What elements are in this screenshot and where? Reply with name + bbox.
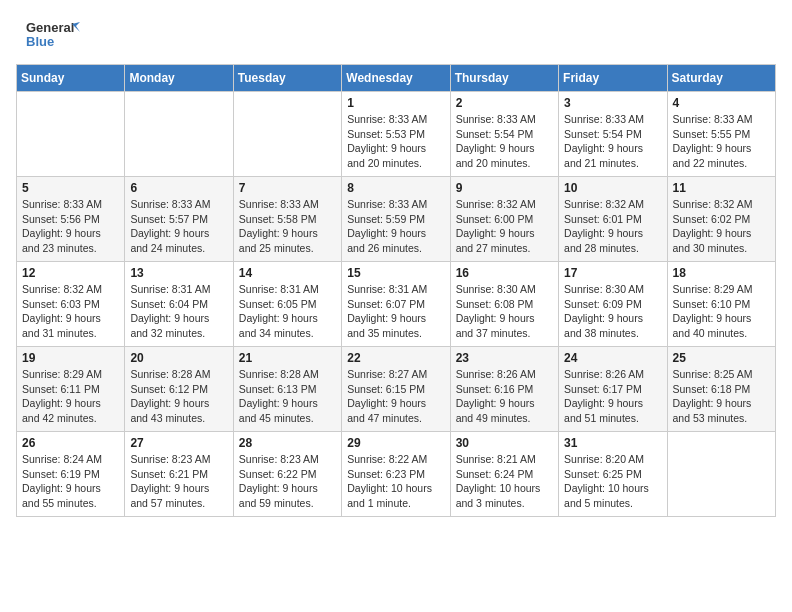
calendar-cell: 16Sunrise: 8:30 AM Sunset: 6:08 PM Dayli… [450,262,558,347]
calendar-table: SundayMondayTuesdayWednesdayThursdayFrid… [16,64,776,517]
calendar-cell: 6Sunrise: 8:33 AM Sunset: 5:57 PM Daylig… [125,177,233,262]
calendar-cell: 14Sunrise: 8:31 AM Sunset: 6:05 PM Dayli… [233,262,341,347]
weekday-header-saturday: Saturday [667,65,775,92]
calendar-cell: 25Sunrise: 8:25 AM Sunset: 6:18 PM Dayli… [667,347,775,432]
calendar-cell: 17Sunrise: 8:30 AM Sunset: 6:09 PM Dayli… [559,262,667,347]
day-info: Sunrise: 8:33 AM Sunset: 5:58 PM Dayligh… [239,197,336,256]
day-info: Sunrise: 8:31 AM Sunset: 6:07 PM Dayligh… [347,282,444,341]
day-number: 19 [22,351,119,365]
day-number: 7 [239,181,336,195]
calendar-cell: 21Sunrise: 8:28 AM Sunset: 6:13 PM Dayli… [233,347,341,432]
week-row-5: 26Sunrise: 8:24 AM Sunset: 6:19 PM Dayli… [17,432,776,517]
day-info: Sunrise: 8:32 AM Sunset: 6:03 PM Dayligh… [22,282,119,341]
day-info: Sunrise: 8:29 AM Sunset: 6:10 PM Dayligh… [673,282,770,341]
day-info: Sunrise: 8:32 AM Sunset: 6:02 PM Dayligh… [673,197,770,256]
calendar-cell: 15Sunrise: 8:31 AM Sunset: 6:07 PM Dayli… [342,262,450,347]
day-number: 25 [673,351,770,365]
day-info: Sunrise: 8:25 AM Sunset: 6:18 PM Dayligh… [673,367,770,426]
svg-text:General: General [26,20,74,35]
day-number: 30 [456,436,553,450]
day-number: 8 [347,181,444,195]
day-number: 9 [456,181,553,195]
day-info: Sunrise: 8:31 AM Sunset: 6:05 PM Dayligh… [239,282,336,341]
calendar-cell: 23Sunrise: 8:26 AM Sunset: 6:16 PM Dayli… [450,347,558,432]
calendar-cell: 9Sunrise: 8:32 AM Sunset: 6:00 PM Daylig… [450,177,558,262]
day-info: Sunrise: 8:21 AM Sunset: 6:24 PM Dayligh… [456,452,553,511]
day-number: 18 [673,266,770,280]
day-info: Sunrise: 8:23 AM Sunset: 6:22 PM Dayligh… [239,452,336,511]
day-number: 5 [22,181,119,195]
day-number: 28 [239,436,336,450]
weekday-header-thursday: Thursday [450,65,558,92]
day-info: Sunrise: 8:33 AM Sunset: 5:59 PM Dayligh… [347,197,444,256]
day-number: 1 [347,96,444,110]
day-info: Sunrise: 8:24 AM Sunset: 6:19 PM Dayligh… [22,452,119,511]
day-number: 29 [347,436,444,450]
calendar-cell: 20Sunrise: 8:28 AM Sunset: 6:12 PM Dayli… [125,347,233,432]
weekday-header-row: SundayMondayTuesdayWednesdayThursdayFrid… [17,65,776,92]
calendar-cell: 3Sunrise: 8:33 AM Sunset: 5:54 PM Daylig… [559,92,667,177]
day-number: 17 [564,266,661,280]
calendar-cell: 27Sunrise: 8:23 AM Sunset: 6:21 PM Dayli… [125,432,233,517]
calendar-cell: 22Sunrise: 8:27 AM Sunset: 6:15 PM Dayli… [342,347,450,432]
week-row-1: 1Sunrise: 8:33 AM Sunset: 5:53 PM Daylig… [17,92,776,177]
day-number: 21 [239,351,336,365]
day-number: 16 [456,266,553,280]
day-info: Sunrise: 8:30 AM Sunset: 6:08 PM Dayligh… [456,282,553,341]
weekday-header-tuesday: Tuesday [233,65,341,92]
day-info: Sunrise: 8:22 AM Sunset: 6:23 PM Dayligh… [347,452,444,511]
calendar-cell: 29Sunrise: 8:22 AM Sunset: 6:23 PM Dayli… [342,432,450,517]
day-info: Sunrise: 8:27 AM Sunset: 6:15 PM Dayligh… [347,367,444,426]
day-number: 31 [564,436,661,450]
day-info: Sunrise: 8:32 AM Sunset: 6:01 PM Dayligh… [564,197,661,256]
day-number: 23 [456,351,553,365]
day-number: 22 [347,351,444,365]
weekday-header-monday: Monday [125,65,233,92]
day-number: 26 [22,436,119,450]
day-number: 6 [130,181,227,195]
day-number: 14 [239,266,336,280]
calendar-cell [667,432,775,517]
day-info: Sunrise: 8:28 AM Sunset: 6:12 PM Dayligh… [130,367,227,426]
day-number: 15 [347,266,444,280]
weekday-header-sunday: Sunday [17,65,125,92]
day-info: Sunrise: 8:26 AM Sunset: 6:17 PM Dayligh… [564,367,661,426]
day-number: 3 [564,96,661,110]
day-info: Sunrise: 8:29 AM Sunset: 6:11 PM Dayligh… [22,367,119,426]
day-number: 10 [564,181,661,195]
day-info: Sunrise: 8:32 AM Sunset: 6:00 PM Dayligh… [456,197,553,256]
calendar-cell: 31Sunrise: 8:20 AM Sunset: 6:25 PM Dayli… [559,432,667,517]
day-number: 20 [130,351,227,365]
day-info: Sunrise: 8:31 AM Sunset: 6:04 PM Dayligh… [130,282,227,341]
calendar-cell [125,92,233,177]
day-number: 2 [456,96,553,110]
day-number: 12 [22,266,119,280]
svg-text:Blue: Blue [26,34,54,49]
day-number: 13 [130,266,227,280]
calendar-cell: 11Sunrise: 8:32 AM Sunset: 6:02 PM Dayli… [667,177,775,262]
calendar-cell: 1Sunrise: 8:33 AM Sunset: 5:53 PM Daylig… [342,92,450,177]
calendar-cell: 24Sunrise: 8:26 AM Sunset: 6:17 PM Dayli… [559,347,667,432]
calendar-cell: 2Sunrise: 8:33 AM Sunset: 5:54 PM Daylig… [450,92,558,177]
day-info: Sunrise: 8:33 AM Sunset: 5:54 PM Dayligh… [564,112,661,171]
calendar-cell: 4Sunrise: 8:33 AM Sunset: 5:55 PM Daylig… [667,92,775,177]
day-info: Sunrise: 8:33 AM Sunset: 5:57 PM Dayligh… [130,197,227,256]
calendar-cell: 12Sunrise: 8:32 AM Sunset: 6:03 PM Dayli… [17,262,125,347]
calendar-cell: 10Sunrise: 8:32 AM Sunset: 6:01 PM Dayli… [559,177,667,262]
week-row-3: 12Sunrise: 8:32 AM Sunset: 6:03 PM Dayli… [17,262,776,347]
day-info: Sunrise: 8:33 AM Sunset: 5:53 PM Dayligh… [347,112,444,171]
logo: GeneralBlue [16,16,96,52]
calendar-cell: 5Sunrise: 8:33 AM Sunset: 5:56 PM Daylig… [17,177,125,262]
day-number: 24 [564,351,661,365]
calendar-cell [17,92,125,177]
day-info: Sunrise: 8:28 AM Sunset: 6:13 PM Dayligh… [239,367,336,426]
day-info: Sunrise: 8:20 AM Sunset: 6:25 PM Dayligh… [564,452,661,511]
logo-icon: GeneralBlue [16,16,96,52]
day-number: 4 [673,96,770,110]
calendar-cell: 7Sunrise: 8:33 AM Sunset: 5:58 PM Daylig… [233,177,341,262]
day-number: 11 [673,181,770,195]
day-info: Sunrise: 8:23 AM Sunset: 6:21 PM Dayligh… [130,452,227,511]
weekday-header-wednesday: Wednesday [342,65,450,92]
page-header: GeneralBlue [16,16,776,52]
calendar-cell: 18Sunrise: 8:29 AM Sunset: 6:10 PM Dayli… [667,262,775,347]
